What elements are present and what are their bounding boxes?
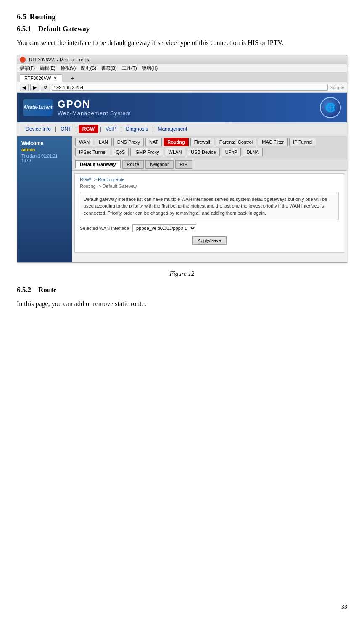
subnav-ipsec[interactable]: IPSec Tunnel xyxy=(75,148,110,156)
menu-view[interactable]: 檢視(V) xyxy=(61,65,76,71)
section-heading: 6.5 Routing xyxy=(17,13,347,21)
subnav-parental[interactable]: Parental Control xyxy=(216,138,257,146)
tab-rip[interactable]: RIP xyxy=(175,160,192,169)
menu-edit[interactable]: 編輯(E) xyxy=(40,65,55,71)
nav-diagnosis[interactable]: Diagnosis xyxy=(124,125,151,133)
subsection2-heading: 6.5.2 Route xyxy=(17,286,347,294)
subnav-routing[interactable]: Routing xyxy=(164,138,189,146)
sidebar: Welcome admin Thu Jan 1 02:01:21 1970 xyxy=(17,136,72,262)
sidebar-welcome: Welcome xyxy=(21,140,68,146)
browser-window: RTF3026VW - Mozilla Firefox 檔案(F) 編輯(E) … xyxy=(17,55,347,263)
tab-default-gateway[interactable]: Default Gateway xyxy=(75,160,121,169)
menu-help[interactable]: 說明(H) xyxy=(142,65,158,71)
subsection2-number: 6.5.2 xyxy=(17,286,31,294)
forward-button[interactable]: ▶ xyxy=(30,84,39,91)
nav-device-info[interactable]: Device Info xyxy=(23,125,53,133)
subsection1-title: Default Gateway xyxy=(38,25,90,33)
browser-tabs-bar: RTF3026VW ✕ ＋ xyxy=(17,73,347,82)
subsection1-number: 6.5.1 xyxy=(17,25,31,33)
subsection1-description: You can select the interface to be defau… xyxy=(17,37,347,48)
subsection2-description: In this page, you can add or remove stat… xyxy=(17,298,347,309)
wan-interface-select[interactable]: pppoe_veip0.303/ppp0.1 xyxy=(132,224,196,232)
form-row: Selected WAN Interface pppoe_veip0.303/p… xyxy=(80,224,339,232)
figure-caption: Figure 12 xyxy=(17,270,347,277)
system-title: Web-Management System xyxy=(58,110,131,116)
menu-bookmarks[interactable]: 書籤(B) xyxy=(101,65,117,71)
subnav-nat[interactable]: NAT xyxy=(145,138,162,146)
subnav-firewall[interactable]: Firewall xyxy=(190,138,214,146)
router-ui: Alcatel·Lucent GPON Web-Management Syste… xyxy=(17,93,347,262)
breadcrumb2: Routing -> Default Gateway xyxy=(80,184,339,189)
content-area: WAN LAN DNS Proxy NAT Routing Firewall P… xyxy=(72,136,347,262)
alcatel-text: Alcatel·Lucent xyxy=(24,105,52,110)
tab-route[interactable]: Route xyxy=(122,160,144,169)
subsection1-heading: 6.5.1 Default Gateway xyxy=(17,25,347,33)
router-header: Alcatel·Lucent GPON Web-Management Syste… xyxy=(17,93,347,122)
subnav-dlna[interactable]: DLNA xyxy=(243,148,262,156)
search-label: Google xyxy=(330,85,344,90)
browser-menubar: 檔案(F) 編輯(E) 檢視(V) 歷史(S) 書籤(B) 工具(T) 說明(H… xyxy=(17,64,347,73)
subnav-wlan[interactable]: WLAN xyxy=(165,148,186,156)
menu-tools[interactable]: 工具(T) xyxy=(122,65,137,71)
breadcrumb1: RGW -> Routing Rule xyxy=(80,177,339,182)
tab-nav: Default Gateway Route Neighbor RIP xyxy=(72,158,347,171)
sub-nav: WAN LAN DNS Proxy NAT Routing Firewall P… xyxy=(72,136,347,158)
sidebar-datetime: Thu Jan 1 02:01:21 1970 xyxy=(21,154,68,163)
subnav-qos[interactable]: QoS xyxy=(112,148,129,156)
logo-area: Alcatel·Lucent GPON Web-Management Syste… xyxy=(23,98,131,116)
apply-btn-container: Apply/Save xyxy=(80,236,339,245)
apply-save-button[interactable]: Apply/Save xyxy=(192,236,227,245)
product-title-area: GPON Web-Management System xyxy=(58,98,131,116)
page-number: 33 xyxy=(341,587,347,611)
browser-titlebar: RTF3026VW - Mozilla Firefox xyxy=(17,55,347,64)
main-nav: Device Info | ONT | RGW | VoIP | Diagnos… xyxy=(17,122,347,136)
menu-history[interactable]: 歷史(S) xyxy=(81,65,96,71)
refresh-button[interactable]: ↺ xyxy=(41,84,50,91)
subnav-lan[interactable]: LAN xyxy=(95,138,111,146)
subnav-dns[interactable]: DNS Proxy xyxy=(113,138,144,146)
browser-toolbar: ◀ ▶ ↺ 192.168.2.254 Google xyxy=(17,82,347,93)
back-button[interactable]: ◀ xyxy=(20,84,29,91)
subnav-usb[interactable]: USB Device xyxy=(187,148,219,156)
menu-file[interactable]: 檔案(F) xyxy=(20,65,35,71)
section-title: Routing xyxy=(30,13,56,21)
nav-voip[interactable]: VoIP xyxy=(103,125,119,133)
subnav-ip[interactable]: IP Tunnel xyxy=(289,138,316,146)
firefox-icon xyxy=(20,57,26,63)
gpon-title: GPON xyxy=(58,98,131,110)
nav-management[interactable]: Management xyxy=(155,125,190,133)
tab-neighbor[interactable]: Neighbor xyxy=(145,160,174,169)
new-tab-button[interactable]: ＋ xyxy=(67,74,77,82)
form-label: Selected WAN Interface xyxy=(80,226,129,231)
address-bar[interactable]: 192.168.2.254 xyxy=(52,84,328,91)
globe-icon: 🌐 xyxy=(320,97,341,118)
browser-tab[interactable]: RTF3026VW ✕ xyxy=(20,74,62,82)
subnav-mac[interactable]: MAC Filter xyxy=(258,138,288,146)
subsection2-title: Route xyxy=(38,286,56,294)
content-inner: RGW -> Routing Rule Routing -> Default G… xyxy=(74,173,344,253)
nav-rgw[interactable]: RGW xyxy=(79,125,98,133)
nav-ont[interactable]: ONT xyxy=(58,125,74,133)
router-body: Welcome admin Thu Jan 1 02:01:21 1970 WA… xyxy=(17,136,347,262)
sidebar-username: admin xyxy=(21,147,68,152)
subnav-wan[interactable]: WAN xyxy=(75,138,93,146)
info-text: Default gateway interface list can have … xyxy=(80,192,339,221)
subnav-igmp[interactable]: IGMP Proxy xyxy=(130,148,163,156)
subnav-upnp[interactable]: UPnP xyxy=(222,148,241,156)
browser-title: RTF3026VW - Mozilla Firefox xyxy=(29,57,90,62)
section-number: 6.5 xyxy=(17,13,26,21)
logo-box: Alcatel·Lucent xyxy=(23,99,53,116)
